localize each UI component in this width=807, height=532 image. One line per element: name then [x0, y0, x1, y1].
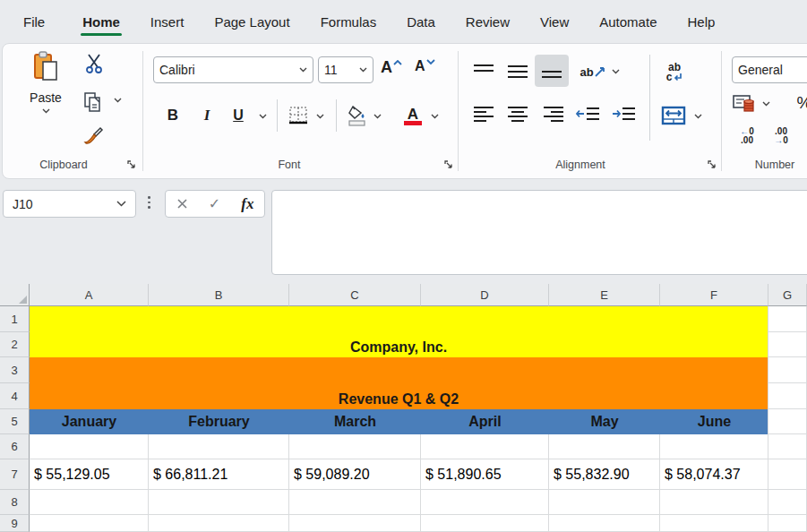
formula-input[interactable] [271, 190, 807, 275]
row-header-4[interactable]: 4 [0, 383, 30, 409]
row-header-1[interactable]: 1 [0, 306, 30, 332]
cell-f6[interactable] [660, 434, 768, 459]
cut-button[interactable] [83, 53, 105, 74]
format-painter-button[interactable] [82, 124, 105, 148]
cell-g4[interactable] [768, 383, 807, 409]
column-header-a[interactable]: A [30, 284, 149, 306]
cell-c9[interactable] [289, 515, 421, 532]
cell-g9[interactable] [768, 515, 807, 532]
borders-chevron-icon[interactable] [316, 114, 324, 119]
cell-g5[interactable] [768, 409, 807, 434]
cell-c7[interactable]: $ 59,089.20 [289, 459, 421, 490]
fill-color-chevron-icon[interactable] [373, 114, 382, 119]
row-header-9[interactable]: 9 [0, 515, 30, 532]
alignment-dialog-launcher-icon[interactable] [707, 159, 717, 169]
merge-center-chevron-icon[interactable] [694, 114, 702, 119]
cell-g2[interactable] [768, 332, 807, 357]
row-header-3[interactable]: 3 [0, 357, 30, 383]
cell-e8[interactable] [549, 490, 660, 515]
cell-b5[interactable]: February [149, 409, 289, 434]
increase-font-size-button[interactable]: A [381, 58, 402, 77]
tab-data[interactable]: Data [405, 9, 437, 35]
paste-dropdown-chevron-icon[interactable] [42, 108, 50, 114]
cell-b7[interactable]: $ 66,811.21 [149, 459, 289, 490]
merge-center-button[interactable] [660, 105, 687, 126]
tab-formulas[interactable]: Formulas [319, 9, 379, 35]
wrap-text-button[interactable]: ab c [658, 58, 691, 87]
cell-e7[interactable]: $ 55,832.90 [549, 459, 660, 490]
clipboard-dialog-launcher-icon[interactable] [126, 159, 136, 169]
cell-f7[interactable]: $ 58,074.37 [660, 459, 768, 490]
cell-a8[interactable] [30, 490, 149, 515]
row-header-5[interactable]: 5 [0, 409, 30, 434]
increase-decimal-button[interactable]: .00 →0 [766, 124, 796, 148]
center-button[interactable] [504, 103, 531, 126]
cell-b9[interactable] [149, 515, 289, 532]
accounting-chevron-icon[interactable] [762, 101, 770, 107]
cell-f9[interactable] [660, 515, 768, 532]
fill-color-button[interactable] [345, 103, 370, 128]
decrease-decimal-button[interactable]: ←0 .00 [732, 124, 762, 148]
cell-d8[interactable] [421, 490, 549, 515]
cell-d7[interactable]: $ 51,890.65 [421, 459, 549, 490]
name-box[interactable]: J10 [3, 190, 136, 218]
number-format-combo[interactable]: General [732, 56, 807, 83]
merged-cell-title1[interactable]: Company, Inc. [30, 306, 768, 357]
cell-a6[interactable] [30, 434, 149, 459]
row-header-8[interactable]: 8 [0, 490, 30, 515]
cell-d6[interactable] [421, 434, 549, 459]
increase-indent-button[interactable] [610, 103, 639, 126]
cell-g3[interactable] [768, 357, 807, 383]
cell-c6[interactable] [289, 434, 421, 459]
cell-c5[interactable]: March [289, 409, 421, 434]
formula-bar-grip-icon[interactable] [148, 196, 150, 209]
merged-cell-title2[interactable]: Revenue Q1 & Q2 [30, 357, 768, 409]
cell-d9[interactable] [421, 515, 549, 532]
column-header-c[interactable]: C [289, 284, 421, 306]
column-header-e[interactable]: E [549, 284, 660, 306]
cell-f5[interactable]: June [660, 409, 768, 434]
borders-button[interactable] [286, 103, 311, 128]
orientation-chevron-icon[interactable] [612, 69, 620, 74]
cell-g8[interactable] [768, 490, 807, 515]
tab-view[interactable]: View [538, 9, 571, 35]
underline-button[interactable]: U [225, 101, 252, 130]
percent-style-button[interactable]: % [793, 90, 807, 116]
tab-page-layout[interactable]: Page Layout [212, 9, 291, 35]
column-header-f[interactable]: F [660, 284, 768, 306]
copy-button[interactable] [82, 90, 103, 114]
cancel-icon[interactable] [176, 198, 188, 210]
cell-g1[interactable] [768, 306, 807, 332]
cell-d5[interactable]: April [421, 409, 549, 434]
tab-automate[interactable]: Automate [597, 9, 658, 35]
row-header-2[interactable]: 2 [0, 332, 30, 357]
row-header-6[interactable]: 6 [0, 434, 30, 459]
insert-function-icon[interactable]: fx [241, 195, 253, 213]
bold-button[interactable]: B [160, 101, 185, 130]
align-left-button[interactable] [470, 103, 497, 126]
column-header-g[interactable]: G [768, 284, 807, 306]
copy-dropdown-chevron-icon[interactable] [114, 98, 122, 103]
cell-e6[interactable] [549, 434, 660, 459]
tab-insert[interactable]: Insert [149, 9, 186, 35]
enter-icon[interactable]: ✓ [209, 195, 220, 212]
paste-button[interactable]: Paste [21, 51, 71, 114]
decrease-font-size-button[interactable]: A [415, 58, 435, 74]
column-header-d[interactable]: D [421, 284, 549, 306]
cell-a9[interactable] [30, 515, 149, 532]
align-right-button[interactable] [540, 103, 567, 126]
tab-home[interactable]: Home [81, 9, 122, 35]
row-header-7[interactable]: 7 [0, 459, 30, 490]
italic-button[interactable]: I [194, 101, 219, 130]
column-header-b[interactable]: B [149, 284, 289, 306]
underline-chevron-icon[interactable] [259, 114, 267, 119]
font-dialog-launcher-icon[interactable] [443, 159, 453, 169]
cell-a5[interactable]: January [30, 409, 149, 434]
cell-b6[interactable] [149, 434, 289, 459]
cell-a7[interactable]: $ 55,129.05 [30, 459, 149, 490]
orientation-button[interactable]: ab [579, 58, 606, 85]
tab-file[interactable]: File [21, 9, 47, 35]
accounting-format-button[interactable] [732, 92, 757, 116]
top-align-button[interactable] [470, 60, 497, 83]
font-size-combo[interactable]: 11 [318, 56, 373, 83]
